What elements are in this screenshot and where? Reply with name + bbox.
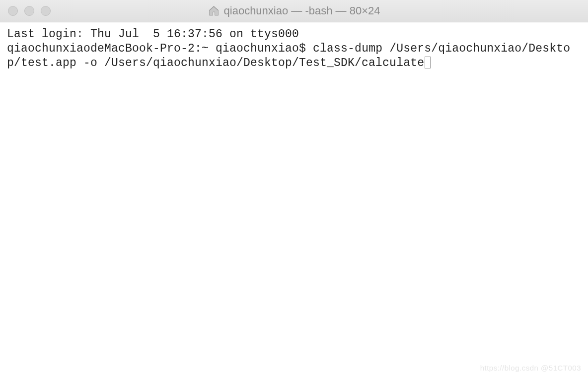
maximize-button[interactable] [41, 6, 51, 16]
terminal-body[interactable]: Last login: Thu Jul 5 16:37:56 on ttys00… [0, 22, 588, 377]
watermark: https://blog.csdn @51CT003 [480, 364, 581, 372]
prompt: qiaochunxiaodeMacBook-Pro-2:~ qiaochunxi… [7, 42, 313, 55]
titlebar[interactable]: qiaochunxiao — -bash — 80×24 [0, 0, 588, 22]
traffic-lights [8, 6, 51, 16]
terminal-window: qiaochunxiao — -bash — 80×24 Last login:… [0, 0, 588, 377]
window-title-area: qiaochunxiao — -bash — 80×24 [208, 4, 380, 17]
minimize-button[interactable] [24, 6, 34, 16]
window-title: qiaochunxiao — -bash — 80×24 [224, 4, 380, 17]
home-icon [208, 5, 220, 17]
last-login-line: Last login: Thu Jul 5 16:37:56 on ttys00… [7, 27, 581, 42]
cursor [425, 57, 431, 68]
close-button[interactable] [8, 6, 18, 16]
